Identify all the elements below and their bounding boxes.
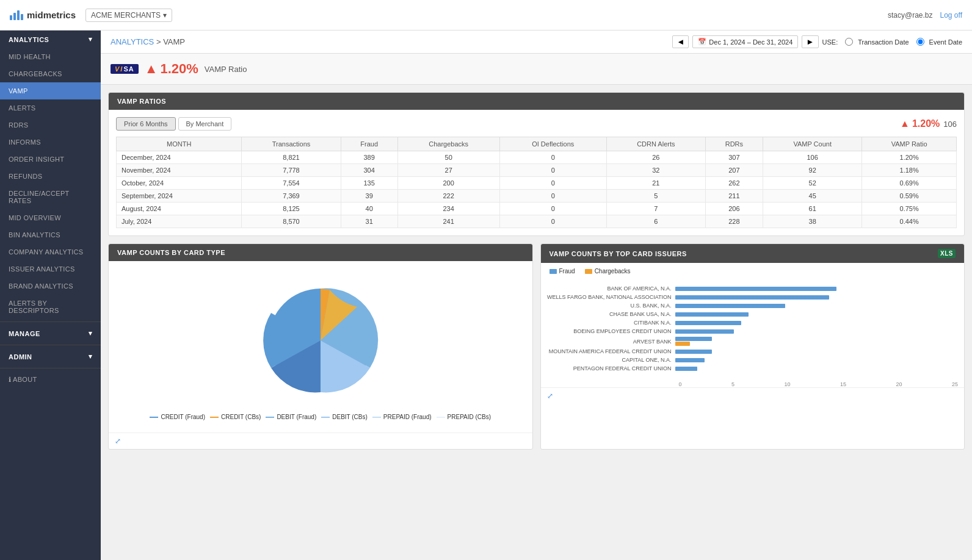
sidebar-item-refunds[interactable]: REFUNDS [0,168,101,185]
date-range-text: Dec 1, 2024 – Dec 31, 2024 [709,38,792,46]
vamp-ratio-value: ▲ 1.20% [145,61,198,77]
fraud-bar [675,287,836,291]
brand-name: midmetrics [27,10,76,20]
breadcrumb-separator: > [156,37,163,46]
table-header-transactions: Transactions [242,137,341,151]
chevron-down-icon: ▾ [163,11,167,20]
bar-row: MOUNTAIN AMERICA FEDERAL CREDIT UNION [541,348,959,354]
table-row: December, 20248,821389500263071061.20% [117,151,957,164]
bar-chart-legend: FraudChargebacks [541,263,965,279]
fraud-bar [675,337,712,341]
sidebar-item-alerts[interactable]: ALERTS [0,99,101,117]
table-header-vamp-count: VAMP Count [763,137,862,151]
sidebar-item-chargebacks[interactable]: CHARGEBACKS [0,65,101,82]
bar-chart-header: VAMP COUNTS BY TOP CARD ISSUERS XLS [541,244,965,263]
table-row: August, 20248,1254023407206610.75% [117,203,957,215]
bar-row: U.S. BANK, N.A. [541,303,959,309]
arrow-up-icon: ▲ [145,61,158,77]
transaction-date-radio[interactable] [845,38,853,46]
sidebar-item-alerts-by-descriptors[interactable]: ALERTS BY DESCRIPTORS [0,295,101,319]
excel-export-button[interactable]: XLS [938,249,956,258]
pie-chart-header: VAMP COUNTS BY CARD TYPE [109,244,532,261]
bar-row: ARVEST BANK [541,337,959,346]
logo: midmetrics [10,10,76,20]
pie-expand-button[interactable]: ⤢ [115,437,121,445]
admin-label: ADMIN [9,353,32,361]
bar-expand-button[interactable]: ⤢ [547,392,553,400]
calendar-icon: 📅 [698,38,706,46]
fraud-bar [675,358,705,362]
date-next-button[interactable]: ► [802,35,818,48]
fraud-bar [675,304,785,308]
table-header-cdrn-alerts: CDRN Alerts [606,137,705,151]
bar-row: PENTAGON FEDERAL CREDIT UNION [541,365,959,372]
sidebar-item-order-insight[interactable]: ORDER INSIGHT [0,151,101,168]
bar-row: CITIBANK N.A. [541,320,959,326]
visa-badge: VISA [111,64,139,74]
pie-legend-item: CREDIT (Fraud) [150,414,205,420]
date-use-controls: USE: Transaction Date Event Date [822,38,962,46]
table-header-month: MONTH [117,137,242,151]
admin-collapse-icon: ▾ [89,353,93,361]
logoff-link[interactable]: Log off [940,11,962,20]
sidebar-item-mid-health[interactable]: MID HEALTH [0,48,101,65]
bar-legend-item: Fraud [549,268,575,275]
sidebar-item-about[interactable]: ℹ ABOUT [0,371,101,389]
sidebar-item-informs[interactable]: INFORMS [0,134,101,151]
breadcrumb: ANALYTICS > VAMP [111,37,185,46]
tab-prior6months[interactable]: Prior 6 Months [116,117,176,131]
sidebar: ANALYTICS ▾ MID HEALTHCHARGEBACKSVAMPALE… [0,31,101,560]
sidebar-item-vamp[interactable]: VAMP [0,82,101,99]
sidebar-item-issuer-analytics[interactable]: ISSUER ANALYTICS [0,260,101,278]
bar-chart-card: VAMP COUNTS BY TOP CARD ISSUERS XLS Frau… [540,243,965,450]
pie-legend-item: PREPAID (CBs) [437,414,491,420]
up-arrow-icon: ▲ [900,118,910,129]
charts-row: VAMP COUNTS BY CARD TYPE [108,243,965,450]
vamp-table-wrapper: MONTHTransactionsFraudChargebacksOI Defl… [116,137,957,228]
sidebar-item-brand-analytics[interactable]: BRAND ANALYTICS [0,278,101,295]
tab-bymerchant[interactable]: By Merchant [178,117,232,131]
about-icon: ℹ [9,376,11,383]
fraud-bar [675,321,741,325]
sidebar-item-mid-overview[interactable]: MID OVERVIEW [0,209,101,226]
content-area: ANALYTICS > VAMP ◄ 📅 Dec 1, 2024 – Dec 3… [101,31,972,560]
breadcrumb-page: VAMP [163,37,185,46]
pie-legend-item: DEBIT (CBs) [321,414,368,420]
bar-row: BOEING EMPLOYEES CREDIT UNION [541,328,959,334]
chargeback-bar [675,342,690,346]
pie-legend-item: DEBIT (Fraud) [266,414,316,420]
bar-legend-item: Chargebacks [585,268,631,275]
admin-section-header[interactable]: ADMIN ▾ [0,348,101,365]
sidebar-item-company-analytics[interactable]: COMPANY ANALYTICS [0,243,101,260]
sidebar-item-bin-analytics[interactable]: BIN ANALYTICS [0,226,101,243]
sidebar-item-rdrs[interactable]: RDRS [0,117,101,134]
date-prev-button[interactable]: ◄ [672,35,689,48]
bar-row: BANK OF AMERICA, N.A. [541,285,959,292]
pie-legend: CREDIT (Fraud)CREDIT (CBs)DEBIT (Fraud)D… [143,407,497,426]
merchant-name: ACME MERCHANTS [91,11,161,20]
fraud-bar [675,329,734,334]
fraud-bar [675,295,829,300]
about-label: ABOUT [13,376,37,383]
content-header: ANALYTICS > VAMP ◄ 📅 Dec 1, 2024 – Dec 3… [101,31,972,54]
x-axis: 0510152025 [541,381,965,387]
collapse-icon: ▾ [89,35,93,43]
breadcrumb-analytics[interactable]: ANALYTICS [111,37,154,46]
event-date-radio[interactable] [916,38,924,46]
pie-chart-footer: ⤢ [109,433,532,449]
event-date-label[interactable]: Event Date [929,38,962,46]
vamp-table: MONTHTransactionsFraudChargebacksOI Defl… [116,137,957,228]
table-header-oi-deflections: OI Deflections [499,137,606,151]
bar-row: WELLS FARGO BANK, NATIONAL ASSOCIATION [541,294,959,300]
transaction-date-label[interactable]: Transaction Date [858,38,909,46]
merchant-selector[interactable]: ACME MERCHANTS ▾ [85,9,172,22]
vamp-ratios-card: VAMP RATIOS Prior 6 Months By Merchant ▲… [108,92,965,236]
pie-legend-item: PREPAID (Fraud) [372,414,432,420]
sidebar-item-decline-accept-rates[interactable]: DECLINE/ACCEPT RATES [0,185,101,209]
pie-legend-item: CREDIT (CBs) [210,414,261,420]
date-controls: ◄ 📅 Dec 1, 2024 – Dec 31, 2024 ► USE: Tr… [672,35,962,48]
manage-collapse-icon: ▾ [89,329,93,337]
table-row: September, 20247,3693922205211450.59% [117,190,957,203]
manage-section-header[interactable]: MANAGE ▾ [0,325,101,342]
analytics-section-header[interactable]: ANALYTICS ▾ [0,31,101,48]
